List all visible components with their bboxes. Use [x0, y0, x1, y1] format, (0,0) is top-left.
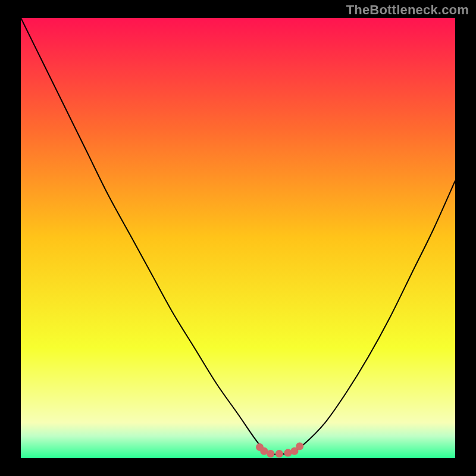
- marker-dot: [284, 449, 292, 457]
- plot-background: [21, 18, 455, 458]
- watermark-text: TheBottleneck.com: [346, 2, 469, 18]
- marker-dot: [275, 450, 283, 458]
- marker-dot: [267, 450, 274, 458]
- marker-dot: [296, 443, 303, 450]
- chart-svg: [0, 0, 476, 476]
- chart-container: TheBottleneck.com: [0, 0, 476, 476]
